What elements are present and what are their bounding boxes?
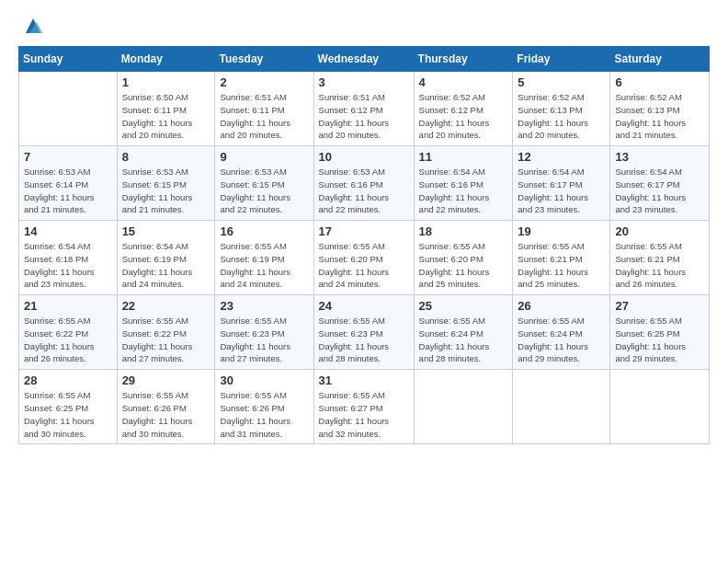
day-detail: Sunrise: 6:55 AM Sunset: 6:23 PM Dayligh…	[319, 315, 409, 365]
day-number: 7	[24, 150, 112, 164]
day-detail: Sunrise: 6:53 AM Sunset: 6:15 PM Dayligh…	[122, 166, 210, 216]
day-detail: Sunrise: 6:54 AM Sunset: 6:17 PM Dayligh…	[518, 166, 605, 216]
day-number: 1	[122, 75, 210, 89]
day-number: 11	[419, 150, 508, 164]
calendar-week-4: 21Sunrise: 6:55 AM Sunset: 6:22 PM Dayli…	[19, 295, 710, 370]
header-day-thursday: Thursday	[414, 47, 513, 72]
day-detail: Sunrise: 6:50 AM Sunset: 6:11 PM Dayligh…	[122, 91, 210, 142]
calendar-cell: 19Sunrise: 6:55 AM Sunset: 6:21 PM Dayli…	[513, 221, 610, 295]
calendar-cell: 12Sunrise: 6:54 AM Sunset: 6:17 PM Dayli…	[513, 146, 610, 221]
day-number: 6	[615, 75, 704, 89]
day-number: 17	[319, 224, 409, 238]
calendar-cell: 9Sunrise: 6:53 AM Sunset: 6:15 PM Daylig…	[215, 146, 313, 221]
calendar-cell: 28Sunrise: 6:55 AM Sunset: 6:25 PM Dayli…	[19, 370, 118, 444]
day-detail: Sunrise: 6:55 AM Sunset: 6:22 PM Dayligh…	[122, 315, 210, 365]
calendar-cell: 15Sunrise: 6:54 AM Sunset: 6:19 PM Dayli…	[117, 221, 215, 295]
day-detail: Sunrise: 6:53 AM Sunset: 6:16 PM Dayligh…	[319, 166, 409, 216]
calendar-header: SundayMondayTuesdayWednesdayThursdayFrid…	[19, 47, 710, 72]
calendar-cell: 29Sunrise: 6:55 AM Sunset: 6:26 PM Dayli…	[117, 370, 215, 444]
day-number: 13	[615, 150, 704, 164]
calendar-cell	[19, 72, 118, 146]
calendar-week-1: 1Sunrise: 6:50 AM Sunset: 6:11 PM Daylig…	[19, 72, 710, 146]
day-detail: Sunrise: 6:54 AM Sunset: 6:17 PM Dayligh…	[615, 166, 704, 216]
day-detail: Sunrise: 6:51 AM Sunset: 6:12 PM Dayligh…	[319, 91, 409, 142]
calendar-cell: 8Sunrise: 6:53 AM Sunset: 6:15 PM Daylig…	[117, 146, 215, 221]
day-number: 19	[518, 224, 605, 238]
day-detail: Sunrise: 6:55 AM Sunset: 6:25 PM Dayligh…	[615, 315, 704, 365]
calendar-cell: 20Sunrise: 6:55 AM Sunset: 6:21 PM Dayli…	[610, 221, 710, 295]
day-number: 21	[24, 299, 112, 313]
day-detail: Sunrise: 6:55 AM Sunset: 6:21 PM Dayligh…	[615, 240, 704, 291]
calendar-cell: 21Sunrise: 6:55 AM Sunset: 6:22 PM Dayli…	[19, 295, 118, 370]
day-detail: Sunrise: 6:53 AM Sunset: 6:15 PM Dayligh…	[220, 166, 308, 216]
day-number: 24	[319, 299, 409, 313]
day-detail: Sunrise: 6:52 AM Sunset: 6:13 PM Dayligh…	[518, 91, 605, 142]
day-number: 15	[122, 224, 210, 238]
calendar-cell	[414, 370, 513, 444]
day-number: 10	[319, 150, 409, 164]
day-detail: Sunrise: 6:55 AM Sunset: 6:24 PM Dayligh…	[518, 315, 605, 365]
calendar-cell: 22Sunrise: 6:55 AM Sunset: 6:22 PM Dayli…	[117, 295, 215, 370]
header-day-saturday: Saturday	[610, 47, 710, 72]
day-detail: Sunrise: 6:51 AM Sunset: 6:11 PM Dayligh…	[220, 91, 308, 142]
header-day-friday: Friday	[513, 47, 610, 72]
calendar-cell: 4Sunrise: 6:52 AM Sunset: 6:12 PM Daylig…	[414, 72, 513, 146]
day-number: 2	[220, 75, 308, 89]
day-detail: Sunrise: 6:55 AM Sunset: 6:27 PM Dayligh…	[319, 389, 409, 440]
day-number: 29	[122, 373, 210, 387]
calendar-cell: 3Sunrise: 6:51 AM Sunset: 6:12 PM Daylig…	[313, 72, 414, 146]
day-detail: Sunrise: 6:55 AM Sunset: 6:23 PM Dayligh…	[220, 315, 308, 365]
day-detail: Sunrise: 6:52 AM Sunset: 6:13 PM Dayligh…	[615, 91, 704, 142]
calendar-cell: 10Sunrise: 6:53 AM Sunset: 6:16 PM Dayli…	[313, 146, 414, 221]
day-number: 16	[220, 224, 308, 238]
calendar-cell: 24Sunrise: 6:55 AM Sunset: 6:23 PM Dayli…	[313, 295, 414, 370]
day-detail: Sunrise: 6:53 AM Sunset: 6:14 PM Dayligh…	[24, 166, 112, 216]
day-number: 30	[220, 373, 308, 387]
day-detail: Sunrise: 6:55 AM Sunset: 6:21 PM Dayligh…	[518, 240, 605, 291]
day-number: 4	[419, 75, 508, 89]
calendar-week-2: 7Sunrise: 6:53 AM Sunset: 6:14 PM Daylig…	[19, 146, 710, 221]
day-number: 18	[419, 224, 508, 238]
calendar-cell: 1Sunrise: 6:50 AM Sunset: 6:11 PM Daylig…	[117, 72, 215, 146]
day-number: 27	[615, 299, 704, 313]
header-day-sunday: Sunday	[19, 47, 118, 72]
calendar-cell: 18Sunrise: 6:55 AM Sunset: 6:20 PM Dayli…	[414, 221, 513, 295]
logo	[18, 15, 44, 37]
day-number: 20	[615, 224, 704, 238]
day-number: 3	[319, 75, 409, 89]
day-number: 9	[220, 150, 308, 164]
calendar-cell: 7Sunrise: 6:53 AM Sunset: 6:14 PM Daylig…	[19, 146, 118, 221]
calendar-week-3: 14Sunrise: 6:54 AM Sunset: 6:18 PM Dayli…	[19, 221, 710, 295]
day-detail: Sunrise: 6:55 AM Sunset: 6:25 PM Dayligh…	[24, 389, 112, 440]
calendar-cell: 31Sunrise: 6:55 AM Sunset: 6:27 PM Dayli…	[313, 370, 414, 444]
header	[18, 15, 710, 37]
calendar-week-5: 28Sunrise: 6:55 AM Sunset: 6:25 PM Dayli…	[19, 370, 710, 444]
calendar-cell: 2Sunrise: 6:51 AM Sunset: 6:11 PM Daylig…	[215, 72, 313, 146]
day-number: 8	[122, 150, 210, 164]
calendar-cell: 6Sunrise: 6:52 AM Sunset: 6:13 PM Daylig…	[610, 72, 710, 146]
day-detail: Sunrise: 6:54 AM Sunset: 6:18 PM Dayligh…	[24, 240, 112, 291]
day-detail: Sunrise: 6:54 AM Sunset: 6:19 PM Dayligh…	[122, 240, 210, 291]
day-number: 22	[122, 299, 210, 313]
calendar-cell: 16Sunrise: 6:55 AM Sunset: 6:19 PM Dayli…	[215, 221, 313, 295]
header-row: SundayMondayTuesdayWednesdayThursdayFrid…	[19, 47, 710, 72]
header-day-tuesday: Tuesday	[215, 47, 313, 72]
calendar-cell: 23Sunrise: 6:55 AM Sunset: 6:23 PM Dayli…	[215, 295, 313, 370]
day-detail: Sunrise: 6:55 AM Sunset: 6:20 PM Dayligh…	[419, 240, 508, 291]
logo-icon	[22, 15, 44, 37]
calendar-cell	[610, 370, 710, 444]
day-number: 26	[518, 299, 605, 313]
calendar-cell: 26Sunrise: 6:55 AM Sunset: 6:24 PM Dayli…	[513, 295, 610, 370]
day-detail: Sunrise: 6:55 AM Sunset: 6:24 PM Dayligh…	[419, 315, 508, 365]
calendar-cell	[513, 370, 610, 444]
day-number: 31	[319, 373, 409, 387]
calendar-cell: 5Sunrise: 6:52 AM Sunset: 6:13 PM Daylig…	[513, 72, 610, 146]
calendar-cell: 13Sunrise: 6:54 AM Sunset: 6:17 PM Dayli…	[610, 146, 710, 221]
header-day-monday: Monday	[117, 47, 215, 72]
calendar-cell: 25Sunrise: 6:55 AM Sunset: 6:24 PM Dayli…	[414, 295, 513, 370]
day-number: 28	[24, 373, 112, 387]
day-number: 14	[24, 224, 112, 238]
calendar-cell: 30Sunrise: 6:55 AM Sunset: 6:26 PM Dayli…	[215, 370, 313, 444]
day-detail: Sunrise: 6:52 AM Sunset: 6:12 PM Dayligh…	[419, 91, 508, 142]
calendar-cell: 27Sunrise: 6:55 AM Sunset: 6:25 PM Dayli…	[610, 295, 710, 370]
